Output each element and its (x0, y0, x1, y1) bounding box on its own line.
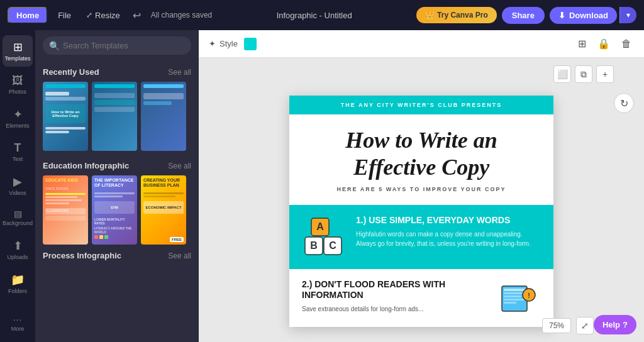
svg-rect-8 (504, 292, 525, 294)
canvas-area: ⬜ ⧉ + ↻ THE ANY CITY WRITER'S CLUB PRESE… (199, 58, 644, 342)
recently-used-header: Recently Used See all (43, 67, 191, 77)
education-title: Education Infographic (43, 161, 129, 170)
recently-used-thumb-2[interactable] (92, 82, 137, 151)
topbar-actions: 👑 Try Canva Pro Share ⬇ Download ▾ (416, 7, 636, 24)
try-pro-button[interactable]: 👑 Try Canva Pro (416, 7, 497, 23)
sidebar-item-photos[interactable]: 🖼 Photos (3, 69, 33, 100)
document-wrapper: THE ANY CITY WRITER'S CLUB PRESENTS How … (277, 83, 566, 339)
canvas-copy-button[interactable]: ⧉ (575, 65, 592, 83)
sidebar-item-uploads[interactable]: ⬆ Uploads (3, 234, 33, 265)
recently-used-thumb-1[interactable]: How to Write an Effective Copy (43, 82, 88, 151)
download-icon: ⬇ (558, 11, 565, 20)
main-layout: ⊞ Templates 🖼 Photos ✦ Elements T Text ▶… (0, 30, 644, 342)
resize-button[interactable]: ⤢ Resize (81, 8, 125, 23)
free-badge: FREE (170, 237, 184, 242)
toolbar-strip: ✦ Style ⊞ 🔒 🗑 (199, 30, 644, 58)
refresh-button[interactable]: ↻ (614, 93, 634, 113)
background-icon: ▤ (14, 209, 22, 219)
recently-used-see-all[interactable]: See all (168, 68, 191, 77)
search-area: 🔍 (35, 30, 199, 61)
svg-rect-7 (504, 289, 525, 291)
uploads-icon: ⬆ (13, 239, 23, 253)
education-see-all[interactable]: See all (168, 162, 191, 170)
template-panel: 🔍 Recently Used See all How to Write an … (35, 30, 199, 342)
download-button[interactable]: ⬇ Download (550, 7, 617, 24)
resize-icon: ⤢ (86, 11, 92, 19)
doc-section-2: 2.) DON'T FLOOD READERS WITH INFORMATION… (289, 269, 553, 327)
recently-used-title: Recently Used (43, 67, 99, 77)
topbar: Home File ⤢ Resize ↩ All changes saved I… (0, 0, 644, 30)
icon-sidebar: ⊞ Templates 🖼 Photos ✦ Elements T Text ▶… (0, 30, 35, 342)
recently-used-grid: How to Write an Effective Copy (43, 82, 191, 151)
doc-point-2-title: 2.) DON'T FLOOD READERS WITH INFORMATION (302, 279, 487, 301)
education-header: Education Infographic See all (43, 161, 191, 170)
photos-icon: 🖼 (12, 74, 23, 87)
svg-text:C: C (329, 240, 336, 251)
sidebar-item-elements[interactable]: ✦ Elements (3, 102, 33, 134)
share-button[interactable]: Share (502, 7, 545, 24)
style-button[interactable]: ✦ Style (209, 39, 238, 48)
magic-wand-icon: ✦ (209, 39, 216, 48)
delete-icon[interactable]: 🗑 (619, 36, 634, 52)
doc-subtitle: HERE ARE 5 WAYS TO IMPROVE YOUR COPY (302, 186, 541, 192)
document-title: Infographic - Untitled (217, 11, 411, 20)
download-dropdown-button[interactable]: ▾ (619, 7, 636, 23)
abc-icon: A B C (302, 215, 346, 259)
doc-main-title: How to Write an Effective Copy (302, 127, 541, 181)
sidebar-item-background[interactable]: ▤ Background (3, 204, 33, 231)
home-button[interactable]: Home (8, 7, 48, 24)
folders-icon: 📁 (11, 273, 25, 287)
book-icon-area: ! (497, 279, 541, 317)
zoom-display: 75% (542, 318, 571, 333)
videos-icon: ▶ (13, 175, 22, 189)
doc-point-1-title: 1.) USE SIMPLE, EVERYDAY WORDS (356, 215, 541, 226)
doc-point-2-body: Save extraneous details for long-form ad… (302, 304, 487, 314)
elements-icon: ✦ (13, 108, 23, 121)
edu-thumb-1[interactable]: EDUCATE KIDS SINCE SCHOOL CLASSROOMS (43, 175, 88, 245)
canvas-frame-button[interactable]: ⬜ (553, 65, 571, 83)
process-header: Process Infographic See all (43, 251, 191, 260)
svg-rect-10 (504, 299, 525, 301)
templates-icon: ⊞ (13, 40, 23, 54)
sidebar-item-text[interactable]: T Text (3, 136, 33, 167)
svg-rect-11 (504, 302, 516, 304)
doc-header-text: THE ANY CITY WRITER'S CLUB PRESENTS (302, 102, 541, 108)
sidebar-item-templates[interactable]: ⊞ Templates (3, 35, 33, 67)
template-content: Recently Used See all How to Write an Ef… (35, 61, 199, 342)
help-button[interactable]: Help ? (594, 315, 636, 334)
bottom-bar: 75% ⤢ (542, 317, 594, 334)
sidebar-item-folders[interactable]: 📁 Folders (3, 268, 33, 299)
edu-thumb-3[interactable]: CREATING YOUR BUSINESS PLAN ECONOMIC IMP… (141, 175, 186, 245)
sidebar-item-videos[interactable]: ▶ Videos (3, 170, 33, 201)
grid-view-icon[interactable]: ⊞ (575, 35, 589, 52)
lock-icon[interactable]: 🔒 (595, 35, 613, 52)
undo-button[interactable]: ↩ (130, 7, 143, 24)
text-icon: T (14, 141, 21, 155)
crown-icon: 👑 (425, 11, 435, 19)
doc-header-cyan: THE ANY CITY WRITER'S CLUB PRESENTS (289, 96, 553, 114)
svg-rect-9 (504, 295, 521, 297)
sidebar-item-more[interactable]: ··· More (3, 309, 33, 337)
svg-text:A: A (316, 221, 324, 232)
recently-used-thumb-3[interactable] (141, 82, 186, 151)
education-grid: EDUCATE KIDS SINCE SCHOOL CLASSROOMS THE (43, 175, 191, 245)
style-color-swatch[interactable] (244, 38, 257, 50)
canvas-add-button[interactable]: + (596, 65, 614, 83)
edu-thumb-2[interactable]: THE IMPORTANCE OF LITERACY $7M LOWER MOR… (92, 175, 137, 245)
document[interactable]: THE ANY CITY WRITER'S CLUB PRESENTS How … (289, 96, 553, 327)
expand-button[interactable]: ⤢ (576, 317, 594, 334)
process-see-all[interactable]: See all (168, 251, 191, 260)
search-icon: 🔍 (49, 41, 60, 51)
help-icon: ? (623, 320, 628, 329)
svg-text:!: ! (528, 292, 530, 299)
saved-status: All changes saved (151, 11, 212, 19)
book-icon: ! (499, 281, 540, 316)
doc-title-section: How to Write an Effective Copy HERE ARE … (289, 114, 553, 205)
file-menu[interactable]: File (53, 8, 76, 23)
svg-text:B: B (310, 240, 318, 251)
doc-section-1-text: 1.) USE SIMPLE, EVERYDAY WORDS Highfalut… (356, 215, 541, 248)
process-title: Process Infographic (43, 251, 121, 260)
search-input[interactable] (43, 36, 191, 55)
doc-section-2-text: 2.) DON'T FLOOD READERS WITH INFORMATION… (302, 279, 487, 314)
doc-section-1: A B C 1.) USE SIMPLE, EVERYDAY WORDS Hig… (289, 205, 553, 269)
